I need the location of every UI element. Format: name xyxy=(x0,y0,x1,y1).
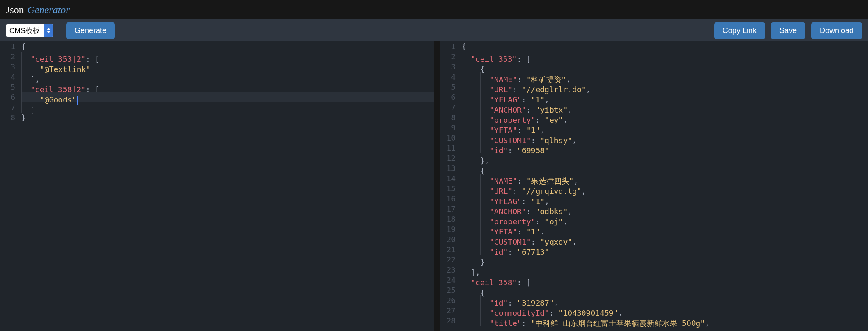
template-select-wrap[interactable]: CMS模板 xyxy=(6,24,53,37)
editors-container: 12345678 {"ceil_353|2": ["@Textlink"],"c… xyxy=(0,41,868,331)
editor-divider xyxy=(434,41,440,331)
logo-generator: Generator xyxy=(28,4,70,16)
output-editor[interactable]: 1234567891011121314151617181920212223242… xyxy=(440,41,868,331)
code-left[interactable]: {"ceil_353|2": ["@Textlink"],"ceil_358|2… xyxy=(21,41,434,123)
app-header: Json Generator xyxy=(0,0,868,19)
copy-link-button[interactable]: Copy Link xyxy=(714,22,765,39)
template-select[interactable]: CMS模板 xyxy=(6,24,53,37)
template-editor[interactable]: 12345678 {"ceil_353|2": ["@Textlink"],"c… xyxy=(0,41,434,331)
toolbar: CMS模板 Generate Copy Link Save Download xyxy=(0,19,868,41)
gutter-left: 12345678 xyxy=(0,41,19,123)
download-button[interactable]: Download xyxy=(811,22,862,39)
save-button[interactable]: Save xyxy=(771,22,805,39)
gutter-right: 1234567891011121314151617181920212223242… xyxy=(440,41,460,326)
logo-json: Json xyxy=(6,4,24,16)
code-right[interactable]: {"ceil_353": [{"NAME": "料矿提资","URL": "//… xyxy=(462,41,868,326)
generate-button[interactable]: Generate xyxy=(66,22,115,39)
